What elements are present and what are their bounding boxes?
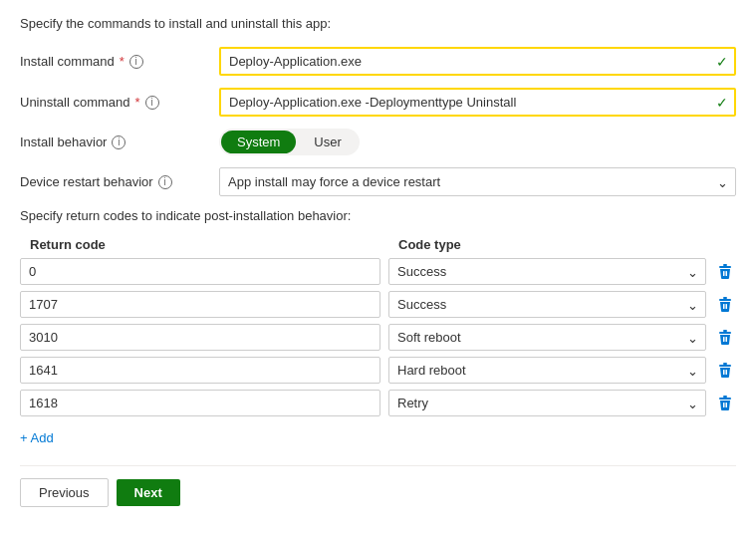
svg-rect-14 bbox=[723, 370, 725, 375]
table-row: SuccessSoft rebootHard rebootRetryFailed… bbox=[20, 357, 736, 384]
delete-row-button[interactable] bbox=[714, 328, 736, 348]
code-type-select[interactable]: SuccessSoft rebootHard rebootRetryFailed bbox=[388, 258, 706, 285]
footer: Previous Next bbox=[20, 465, 736, 507]
install-command-info-icon[interactable]: i bbox=[129, 55, 143, 69]
svg-rect-13 bbox=[719, 365, 731, 367]
code-type-select[interactable]: SuccessSoft rebootHard rebootRetryFailed bbox=[388, 390, 706, 416]
uninstall-command-info-icon[interactable]: i bbox=[145, 96, 159, 110]
device-restart-info-icon[interactable]: i bbox=[158, 175, 172, 189]
install-command-row: Install command * i ✓ bbox=[20, 47, 736, 76]
add-link[interactable]: + Add bbox=[20, 430, 54, 445]
code-type-select[interactable]: SuccessSoft rebootHard rebootRetryFailed bbox=[388, 324, 706, 351]
device-restart-select[interactable]: App install may force a device restart N… bbox=[219, 167, 736, 196]
next-button[interactable]: Next bbox=[117, 479, 180, 506]
table-row: SuccessSoft rebootHard rebootRetryFailed… bbox=[20, 258, 736, 285]
table-row: SuccessSoft rebootHard rebootRetryFailed… bbox=[20, 324, 736, 351]
svg-rect-5 bbox=[719, 299, 731, 301]
uninstall-command-row: Uninstall command * i ✓ bbox=[20, 88, 736, 117]
trash-icon bbox=[718, 264, 732, 280]
trash-icon bbox=[718, 396, 732, 411]
return-code-input[interactable] bbox=[20, 258, 380, 285]
top-description: Specify the commands to install and unin… bbox=[20, 16, 736, 31]
system-toggle-btn[interactable]: System bbox=[221, 131, 296, 153]
svg-rect-18 bbox=[723, 403, 725, 407]
svg-rect-12 bbox=[723, 363, 727, 365]
device-restart-select-wrapper: App install may force a device restart N… bbox=[219, 167, 736, 196]
uninstall-command-label: Uninstall command * i bbox=[20, 95, 219, 110]
delete-row-button[interactable] bbox=[714, 361, 736, 381]
svg-rect-10 bbox=[723, 337, 725, 342]
return-code-input[interactable] bbox=[20, 357, 380, 384]
device-restart-label: Device restart behavior i bbox=[20, 174, 219, 189]
uninstall-command-input-wrapper: ✓ bbox=[219, 88, 736, 117]
svg-rect-8 bbox=[723, 330, 727, 332]
table-row: SuccessSoft rebootHard rebootRetryFailed… bbox=[20, 291, 736, 318]
svg-rect-16 bbox=[723, 396, 727, 398]
code-type-wrapper: SuccessSoft rebootHard rebootRetryFailed… bbox=[388, 258, 706, 285]
install-command-label: Install command * i bbox=[20, 54, 219, 69]
install-command-check-icon: ✓ bbox=[716, 54, 728, 70]
install-command-input[interactable] bbox=[219, 47, 736, 76]
code-type-select[interactable]: SuccessSoft rebootHard rebootRetryFailed bbox=[388, 357, 706, 384]
previous-button[interactable]: Previous bbox=[20, 478, 109, 507]
user-toggle-btn[interactable]: User bbox=[298, 131, 357, 153]
code-type-wrapper: SuccessSoft rebootHard rebootRetryFailed… bbox=[388, 357, 706, 384]
uninstall-command-check-icon: ✓ bbox=[716, 95, 728, 111]
delete-row-button[interactable] bbox=[714, 295, 736, 315]
return-codes-description: Specify return codes to indicate post-in… bbox=[20, 208, 736, 223]
delete-row-button[interactable] bbox=[714, 394, 736, 413]
delete-row-button[interactable] bbox=[714, 262, 736, 282]
trash-icon bbox=[718, 363, 732, 379]
install-required-star: * bbox=[120, 54, 125, 69]
svg-rect-1 bbox=[719, 266, 731, 268]
svg-rect-6 bbox=[723, 304, 725, 309]
code-type-wrapper: SuccessSoft rebootHard rebootRetryFailed… bbox=[388, 324, 706, 351]
table-header: Return code Code type bbox=[20, 237, 736, 252]
return-code-rows: SuccessSoft rebootHard rebootRetryFailed… bbox=[20, 258, 736, 416]
code-type-wrapper: SuccessSoft rebootHard rebootRetryFailed… bbox=[388, 291, 706, 318]
table-row: SuccessSoft rebootHard rebootRetryFailed… bbox=[20, 390, 736, 416]
col-code-type-header: Code type bbox=[390, 237, 734, 252]
col-return-code-header: Return code bbox=[22, 237, 390, 252]
svg-rect-19 bbox=[726, 403, 728, 407]
install-command-input-wrapper: ✓ bbox=[219, 47, 736, 76]
uninstall-command-input[interactable] bbox=[219, 88, 736, 117]
return-code-input[interactable] bbox=[20, 324, 380, 351]
return-codes-section: Return code Code type SuccessSoft reboot… bbox=[20, 237, 736, 416]
code-type-wrapper: SuccessSoft rebootHard rebootRetryFailed… bbox=[388, 390, 706, 416]
code-type-select[interactable]: SuccessSoft rebootHard rebootRetryFailed bbox=[388, 291, 706, 318]
svg-rect-11 bbox=[726, 337, 728, 342]
device-restart-row: Device restart behavior i App install ma… bbox=[20, 167, 736, 196]
return-code-input[interactable] bbox=[20, 390, 380, 416]
svg-rect-7 bbox=[726, 304, 728, 309]
install-behavior-label: Install behavior i bbox=[20, 134, 219, 149]
install-behavior-row: Install behavior i System User bbox=[20, 129, 736, 155]
svg-rect-4 bbox=[723, 297, 727, 299]
uninstall-required-star: * bbox=[135, 95, 140, 110]
svg-rect-9 bbox=[719, 332, 731, 334]
svg-rect-2 bbox=[723, 271, 725, 276]
trash-icon bbox=[718, 330, 732, 346]
trash-icon bbox=[718, 297, 732, 313]
svg-rect-0 bbox=[723, 264, 727, 266]
svg-rect-17 bbox=[719, 398, 731, 400]
install-behavior-info-icon[interactable]: i bbox=[112, 135, 126, 149]
svg-rect-3 bbox=[726, 271, 728, 276]
return-code-input[interactable] bbox=[20, 291, 380, 318]
svg-rect-15 bbox=[726, 370, 728, 375]
install-behavior-toggle: System User bbox=[219, 129, 360, 155]
